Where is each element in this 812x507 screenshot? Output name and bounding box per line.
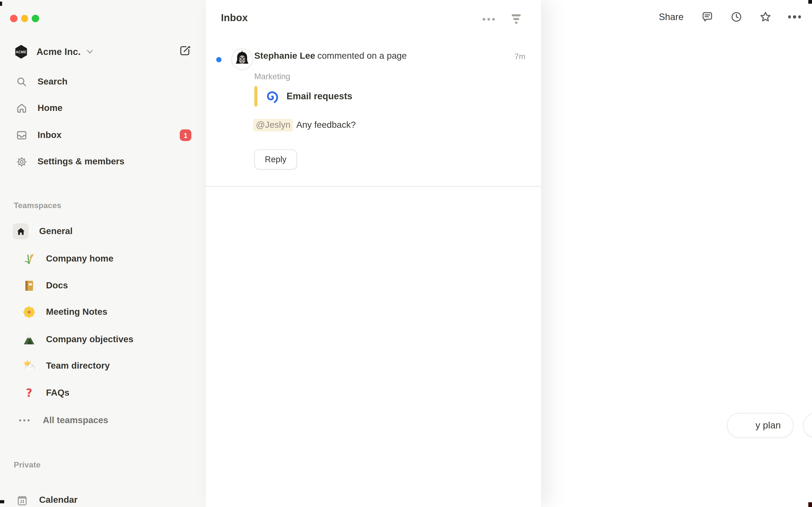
- unread-dot: [216, 57, 221, 62]
- rice-sheaf-icon: [23, 252, 36, 265]
- home-icon: [16, 103, 28, 114]
- mention-chip[interactable]: @Jeslyn: [253, 119, 293, 131]
- close-window-button[interactable]: [10, 15, 17, 22]
- divider: [206, 186, 542, 187]
- more-icon: [483, 18, 495, 20]
- inbox-more-button[interactable]: [482, 13, 495, 25]
- star-icon: [759, 11, 772, 23]
- teamspace-label: General: [39, 226, 72, 237]
- screen-artifact: [808, 502, 812, 507]
- inbox-unread-badge: 1: [180, 129, 191, 141]
- search-icon: [16, 76, 28, 88]
- comment-body: @Jeslyn Any feedback?: [253, 119, 356, 131]
- page-reference-link[interactable]: Email requests: [265, 89, 353, 104]
- sidebar-item-company-objectives[interactable]: Company objectives: [2, 330, 204, 349]
- svg-text:ACME: ACME: [16, 50, 27, 54]
- inbox-filter-button[interactable]: [510, 13, 522, 25]
- teamspace-label: FAQs: [46, 388, 69, 398]
- teamspace-label: Team directory: [46, 361, 110, 372]
- sidebar-item-inbox[interactable]: Inbox 1: [2, 126, 204, 144]
- sidebar-item-company-home[interactable]: Company home: [2, 249, 204, 268]
- workspace-name: Acme Inc.: [37, 46, 81, 57]
- teamspaces-section-header: Teamspaces: [14, 201, 61, 210]
- calendar-icon: 21: [16, 494, 29, 507]
- sidebar-item-label: Home: [38, 103, 63, 114]
- sidebar-item-label: Inbox: [38, 130, 61, 140]
- sidebar: ACME Acme Inc.: [0, 0, 206, 507]
- blossom-icon: [23, 306, 36, 319]
- sidebar-item-meeting-notes[interactable]: Meeting Notes: [2, 303, 204, 322]
- window-controls: [10, 15, 39, 22]
- page-title: Email requests: [287, 91, 352, 102]
- inbox-popover: Inbox: [206, 0, 542, 507]
- teamspace-label: Meeting Notes: [46, 307, 107, 318]
- favorite-button[interactable]: [759, 11, 772, 23]
- private-section-header: Private: [14, 460, 41, 469]
- mountain-icon: [23, 333, 36, 346]
- comments-button[interactable]: [701, 11, 714, 23]
- teamspace-label: Company objectives: [46, 334, 134, 345]
- share-button[interactable]: Share: [659, 11, 683, 22]
- sidebar-item-all-teamspaces[interactable]: All teamspaces: [2, 411, 204, 430]
- inbox-title: Inbox: [221, 12, 248, 24]
- sidebar-item-label: Settings & members: [38, 156, 124, 167]
- sidebar-item-label: Search: [38, 77, 68, 87]
- screen-artifact: [0, 500, 4, 503]
- quote-bar: [254, 86, 257, 107]
- chevron-down-icon: [86, 48, 94, 56]
- filter-icon: [511, 14, 521, 23]
- plan-pill-label: y plan: [755, 420, 781, 431]
- sidebar-item-home[interactable]: Home: [2, 99, 204, 117]
- compose-icon: [178, 44, 192, 60]
- sidebar-item-general[interactable]: General: [2, 222, 204, 241]
- screen-artifact: [0, 2, 2, 6]
- sidebar-item-faqs[interactable]: ? FAQs: [2, 383, 204, 402]
- cyclone-icon: [265, 89, 280, 104]
- more-icon: [788, 15, 801, 18]
- avatar: [232, 49, 252, 69]
- sun-behind-cloud-icon: [23, 360, 36, 373]
- plan-page-pill[interactable]: y plan: [727, 413, 794, 438]
- sidebar-item-docs[interactable]: Docs: [2, 276, 204, 295]
- history-button[interactable]: [730, 11, 743, 23]
- sidebar-item-settings[interactable]: Settings & members: [2, 153, 204, 171]
- clock-icon: [730, 11, 743, 23]
- private-item-label: Calendar: [39, 495, 78, 506]
- svg-text:21: 21: [20, 499, 24, 503]
- home-solid-icon: [13, 224, 29, 239]
- inbox-tray-icon: [16, 129, 28, 141]
- sidebar-item-team-directory[interactable]: Team directory: [2, 356, 204, 376]
- teamspace-label: Docs: [46, 281, 68, 291]
- actor-name: Stephanie Lee: [254, 51, 315, 61]
- teamspace-label: Company home: [46, 253, 113, 264]
- screen-artifact: [808, 0, 812, 4]
- question-mark-icon: ?: [23, 387, 36, 399]
- notification-title: Stephanie Leecommented on a page: [254, 51, 407, 61]
- all-teamspaces-label: All teamspaces: [43, 415, 108, 426]
- sidebar-item-calendar[interactable]: 21 Calendar: [2, 491, 204, 507]
- journal-page-pill[interactable]: Journal: [803, 413, 812, 438]
- ellipsis-icon: [18, 419, 31, 421]
- reply-button[interactable]: Reply: [254, 150, 297, 170]
- comment-text: Any feedback?: [296, 120, 356, 130]
- gear-icon: [16, 156, 28, 168]
- comment-icon: [701, 11, 714, 23]
- action-text: commented on a page: [317, 51, 407, 61]
- sidebar-item-search[interactable]: Search: [2, 73, 204, 91]
- workspace-switcher[interactable]: ACME Acme Inc.: [0, 42, 206, 61]
- minimize-window-button[interactable]: [21, 15, 28, 22]
- notification-context: Marketing: [254, 72, 290, 81]
- page-more-button[interactable]: [788, 11, 801, 23]
- app-window: ACME Acme Inc.: [0, 0, 812, 507]
- notebook-icon: [23, 279, 36, 292]
- page-topbar: Share: [659, 11, 801, 23]
- workspace-logo: ACME: [14, 44, 29, 59]
- zoom-window-button[interactable]: [32, 15, 39, 22]
- notification-timestamp: 7m: [514, 52, 525, 61]
- new-page-button[interactable]: [177, 44, 192, 59]
